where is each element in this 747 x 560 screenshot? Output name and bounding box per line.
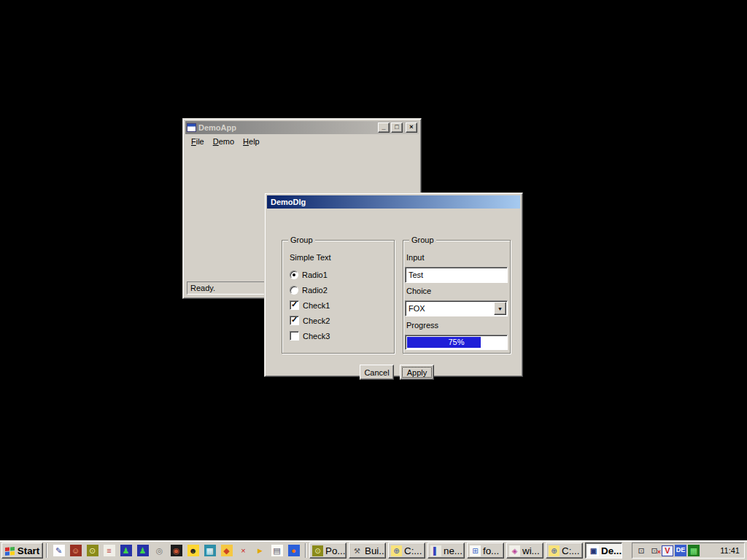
progress-bar: 75%: [405, 335, 508, 350]
task-button-fo[interactable]: ⊞ fo...: [467, 542, 504, 559]
radio1-label: Radio1: [302, 271, 328, 279]
window-icon: ▣: [588, 545, 599, 556]
quicklaunch-browser-globe-icon[interactable]: ●: [288, 545, 300, 556]
window-title: DemoApp: [198, 123, 236, 132]
check2-control[interactable]: [290, 316, 299, 325]
system-tray: ⊡ ⊡× V DE ▦ 11:41: [632, 542, 745, 559]
task-label: fo...: [483, 545, 499, 556]
grid-icon: ⊞: [470, 545, 481, 556]
menu-demo[interactable]: Demo: [209, 136, 239, 147]
check3-control[interactable]: [290, 331, 299, 341]
quicklaunch-notepad-icon[interactable]: ≡: [104, 545, 115, 556]
magnifier-icon: ⊕: [549, 545, 560, 556]
combobox-value: FOX: [406, 304, 493, 313]
antivirus-shield-icon[interactable]: V: [662, 545, 673, 556]
start-label: Start: [18, 545, 39, 556]
quicklaunch-olive-clock-icon[interactable]: ⊙: [87, 545, 98, 556]
task-button-de[interactable]: ▣ De...: [585, 542, 622, 559]
demodlg-titlebar[interactable]: DemoDlg: [267, 195, 520, 209]
quicklaunch-gray-ring-icon[interactable]: ◎: [154, 545, 166, 556]
check1-label: Check1: [303, 301, 330, 310]
task-button-po[interactable]: ⊙ Po...: [309, 542, 347, 559]
left-groupbox: Group Simple Text Radio1 Radio2 Check1 C…: [282, 240, 395, 354]
progress-label: Progress: [406, 321, 438, 330]
quicklaunch-gold-submarine-icon[interactable]: ►: [255, 545, 266, 556]
pinwheel-icon: ◈: [509, 545, 520, 556]
minimize-icon[interactable]: _: [378, 122, 390, 133]
close-icon[interactable]: ×: [406, 122, 417, 133]
olive-clock-icon: ⊙: [312, 545, 323, 556]
task-button-bui[interactable]: ⚒ Bui...: [349, 542, 386, 559]
separator: [46, 543, 47, 558]
quicklaunch-calendar-icon[interactable]: ▤: [271, 545, 283, 556]
task-label: wi...: [522, 545, 540, 556]
error-cross-icon: ×: [657, 546, 661, 558]
task-label: De...: [601, 545, 622, 556]
separator: [305, 543, 306, 558]
simple-text-label: Simple Text: [290, 253, 331, 262]
language-indicator[interactable]: DE: [675, 545, 686, 556]
check3-label: Check3: [303, 332, 330, 341]
menubar: File Demo Help: [185, 134, 419, 148]
task-label: ne...: [444, 545, 462, 556]
windows-logo-icon: [5, 546, 15, 556]
check1-control[interactable]: [290, 300, 299, 310]
quicklaunch-dark-sphere-icon[interactable]: ◉: [171, 545, 182, 556]
radio2-label: Radio2: [302, 286, 328, 295]
app-icon: [187, 123, 196, 132]
quicklaunch-red-creature-icon[interactable]: ☺: [70, 545, 82, 556]
cancel-button[interactable]: Cancel: [360, 365, 394, 380]
network-computers-icon[interactable]: ⊡: [635, 545, 647, 556]
demodlg-dialog: DemoDlg Group Simple Text Radio1 Radio2 …: [264, 192, 523, 377]
radio2-control[interactable]: [290, 286, 298, 295]
choice-combobox[interactable]: FOX ▼: [405, 300, 508, 316]
network-error-icon[interactable]: ⊡×: [649, 545, 660, 556]
apply-button[interactable]: Apply: [400, 365, 434, 380]
demoapp-titlebar[interactable]: DemoApp _ □ ×: [185, 121, 419, 134]
radio1-control[interactable]: [290, 271, 298, 279]
task-button-wi[interactable]: ◈ wi...: [506, 542, 543, 559]
left-group-label: Group: [288, 236, 315, 244]
checkbox-check3[interactable]: Check3: [290, 330, 330, 341]
quicklaunch-red-pinwheel-icon[interactable]: ×: [238, 545, 249, 556]
menu-help[interactable]: Help: [239, 136, 264, 147]
task-button-c1[interactable]: ⊕ C:...: [388, 542, 425, 559]
input-field[interactable]: [405, 267, 508, 283]
task-label: C:...: [562, 545, 579, 556]
quicklaunch-yellow-person-icon[interactable]: ☻: [187, 545, 199, 556]
quicklaunch-pen-document-icon[interactable]: ✎: [53, 545, 65, 556]
maximize-icon[interactable]: □: [391, 122, 403, 133]
task-button-ne[interactable]: ▌ ne...: [427, 542, 465, 559]
radio-radio2[interactable]: Radio2: [290, 284, 328, 295]
task-label: Po...: [325, 545, 345, 556]
quicklaunch-teal-terminal-icon[interactable]: ▦: [204, 545, 216, 556]
taskbar-clock[interactable]: 11:41: [720, 546, 741, 555]
check2-label: Check2: [303, 316, 330, 325]
input-label: Input: [406, 253, 424, 262]
task-button-c2[interactable]: ⊕ C:...: [546, 542, 583, 559]
task-label: Bui...: [365, 545, 386, 556]
choice-label: Choice: [406, 287, 431, 295]
menu-file[interactable]: File: [187, 136, 209, 147]
books-icon: ▌: [430, 545, 441, 556]
right-groupbox: Group Input Choice FOX ▼ Progress 75%: [403, 240, 511, 354]
right-group-label: Group: [409, 236, 436, 244]
taskbar: Start ✎ ☺ ⊙ ≡ ♟ ♟ ◎ ◉ ☻ ▦ ◆ × ► ▤ ● ⊙ Po…: [0, 540, 747, 560]
hammer-icon: ⚒: [352, 545, 363, 556]
green-grid-icon[interactable]: ▦: [688, 545, 700, 556]
checkbox-check1[interactable]: Check1: [290, 300, 330, 311]
checkbox-check2[interactable]: Check2: [290, 315, 330, 326]
quicklaunch-yellow-map-icon[interactable]: ◆: [221, 545, 233, 556]
magnifier-icon: ⊕: [391, 545, 402, 556]
quicklaunch-network-people-icon[interactable]: ♟: [120, 545, 132, 556]
task-label: C:...: [404, 545, 422, 556]
quicklaunch-network-people-icon-2[interactable]: ♟: [137, 545, 149, 556]
dialog-title: DemoDlg: [271, 198, 306, 206]
radio-radio1[interactable]: Radio1: [290, 269, 328, 280]
start-button[interactable]: Start: [1, 542, 43, 559]
chevron-down-icon[interactable]: ▼: [494, 302, 506, 315]
progress-value: 75%: [406, 338, 507, 346]
